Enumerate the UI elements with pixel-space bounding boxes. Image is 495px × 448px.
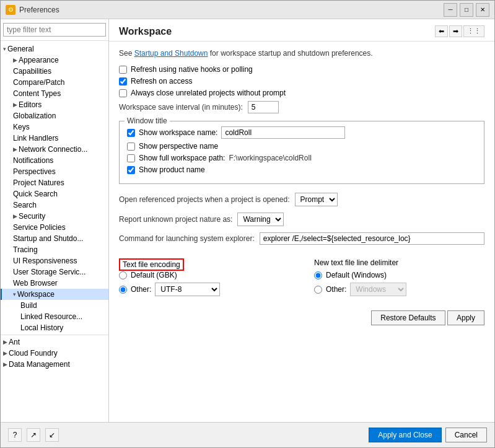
sidebar-item-data-management[interactable]: ▶ Data Management — [1, 359, 108, 370]
export-button[interactable]: ↗ — [27, 428, 40, 442]
delimiter-default-label[interactable]: Default (Windows) — [326, 271, 387, 279]
delimiter-default-radio[interactable] — [314, 271, 322, 279]
refresh-access-checkbox[interactable] — [119, 77, 127, 86]
titlebar: ⚙ Preferences ─ □ ✕ — [1, 1, 494, 19]
close-unrelated-checkbox[interactable] — [119, 89, 127, 97]
sidebar-item-user-storage[interactable]: User Storage Servic... — [1, 266, 108, 278]
open-referenced-row: Open referenced projects when a project … — [119, 193, 484, 206]
main-content: ▾ General ▶ Appearance Capabilities Comp… — [1, 19, 494, 422]
right-panel: Workspace ⬅ ➡ ⋮⋮ See Startup and Shutdow… — [109, 19, 494, 422]
sidebar-item-ant[interactable]: ▶ Ant — [1, 336, 108, 348]
show-perspective-name-checkbox[interactable] — [127, 143, 135, 151]
sidebar-item-tracing[interactable]: Tracing — [1, 244, 108, 255]
encoding-other-label[interactable]: Other: — [131, 285, 151, 294]
delimiter-other-row: Other: Windows Unix Mac — [314, 283, 484, 296]
show-full-path-checkbox[interactable] — [127, 154, 135, 162]
expand-arrow-data: ▶ — [3, 361, 7, 367]
show-workspace-name-checkbox[interactable] — [127, 129, 135, 137]
sidebar-item-keys[interactable]: Keys — [1, 121, 108, 133]
sidebar-item-notifications[interactable]: Notifications — [1, 155, 108, 166]
show-workspace-name-label[interactable]: Show workspace name: — [139, 128, 217, 137]
apply-button[interactable]: Apply — [447, 310, 484, 325]
save-interval-label: Workspace save interval (in minutes): — [119, 103, 243, 112]
workspace-name-input[interactable] — [221, 126, 345, 139]
sidebar-item-build[interactable]: Build — [1, 300, 108, 311]
back-button[interactable]: ⬅ — [435, 25, 448, 37]
panel-toolbar: ⬅ ➡ ⋮⋮ — [435, 25, 484, 37]
show-perspective-name-row: Show perspective name — [127, 142, 476, 151]
search-input[interactable] — [3, 23, 106, 37]
titlebar-left: ⚙ Preferences — [6, 5, 59, 15]
show-perspective-name-label[interactable]: Show perspective name — [139, 142, 218, 151]
sidebar-item-local-history[interactable]: Local History — [1, 322, 108, 333]
sidebar-item-project-natures[interactable]: Project Natures — [1, 177, 108, 188]
open-referenced-label: Open referenced projects when a project … — [119, 195, 290, 204]
show-full-path-row: Show full workspace path: F:\workingspac… — [127, 154, 476, 162]
sidebar-item-capabilities[interactable]: Capabilities — [1, 66, 108, 77]
sidebar-item-general[interactable]: ▾ General — [1, 43, 108, 55]
help-button[interactable]: ? — [8, 428, 22, 442]
sidebar-item-compare-patch[interactable]: Compare/Patch — [1, 77, 108, 88]
report-unknown-row: Report unknown project nature as: Warnin… — [119, 213, 484, 226]
window-title: Preferences — [19, 6, 59, 14]
report-unknown-label: Report unknown project nature as: — [119, 215, 232, 224]
sidebar-item-web-browser[interactable]: Web Browser — [1, 278, 108, 289]
save-interval-input[interactable] — [248, 101, 279, 113]
startup-shutdown-link[interactable]: Startup and Shutdown — [134, 49, 208, 58]
sidebar-item-link-handlers[interactable]: Link Handlers — [1, 133, 108, 144]
search-box — [1, 19, 108, 41]
command-input[interactable] — [260, 232, 484, 245]
close-button[interactable]: ✕ — [476, 3, 489, 17]
sidebar-item-security[interactable]: ▶ Security — [1, 211, 108, 222]
encoding-default-radio[interactable] — [119, 271, 127, 279]
refresh-native-option: Refresh using native hooks or polling — [119, 65, 484, 74]
encoding-default-label[interactable]: Default (GBK) — [131, 271, 177, 279]
sidebar-item-workspace[interactable]: ▾ Workspace — [1, 289, 108, 300]
sidebar-divider-1 — [1, 335, 108, 335]
more-options-button[interactable]: ⋮⋮ — [463, 25, 484, 37]
show-product-name-row: Show product name — [127, 165, 476, 174]
sidebar-item-content-types[interactable]: Content Types — [1, 88, 108, 99]
sidebar-item-appearance[interactable]: ▶ Appearance — [1, 55, 108, 66]
open-referenced-select[interactable]: Prompt Always Never — [295, 193, 338, 206]
close-unrelated-label[interactable]: Always close unrelated projects without … — [131, 89, 286, 97]
import-button[interactable]: ↙ — [45, 428, 59, 442]
sidebar-item-startup-shutdown[interactable]: Startup and Shutdo... — [1, 233, 108, 244]
sidebar-item-ui-responsiveness[interactable]: UI Responsiveness — [1, 255, 108, 266]
sidebar-item-quick-search[interactable]: Quick Search — [1, 188, 108, 200]
sidebar-item-service-policies[interactable]: Service Policies — [1, 222, 108, 233]
command-row: Command for launching system explorer: — [119, 232, 484, 245]
sidebar-item-cloud-foundry[interactable]: ▶ Cloud Foundry — [1, 348, 108, 359]
delimiter-select[interactable]: Windows Unix Mac — [350, 283, 406, 296]
refresh-native-label[interactable]: Refresh using native hooks or polling — [131, 65, 253, 74]
show-product-name-label[interactable]: Show product name — [139, 165, 205, 174]
sidebar-item-linked-resources[interactable]: Linked Resource... — [1, 311, 108, 322]
tree: ▾ General ▶ Appearance Capabilities Comp… — [1, 41, 108, 422]
expand-arrow-network: ▶ — [13, 146, 17, 152]
maximize-button[interactable]: □ — [460, 3, 473, 17]
refresh-access-label[interactable]: Refresh on access — [131, 77, 192, 86]
refresh-native-checkbox[interactable] — [119, 66, 127, 74]
sidebar-item-globalization[interactable]: Globalization — [1, 110, 108, 121]
encoding-select[interactable]: UTF-8 UTF-16 ISO-8859-1 GBK — [155, 283, 220, 296]
forward-button[interactable]: ➡ — [449, 25, 462, 37]
sidebar-item-network-connections[interactable]: ▶ Network Connectio... — [1, 144, 108, 155]
show-product-name-checkbox[interactable] — [127, 166, 135, 174]
expand-arrow-editors: ▶ — [13, 102, 17, 108]
encoding-other-radio[interactable] — [119, 286, 127, 294]
window-title-group-label: Window title — [125, 116, 170, 125]
expand-arrow-ant: ▶ — [3, 339, 7, 345]
refresh-access-option: Refresh on access — [119, 77, 484, 86]
report-unknown-select[interactable]: Warning Error Ignore — [237, 213, 284, 226]
sidebar-item-search[interactable]: Search — [1, 200, 108, 211]
sidebar-item-perspectives[interactable]: Perspectives — [1, 166, 108, 177]
restore-defaults-button[interactable]: Restore Defaults — [371, 310, 445, 325]
show-full-path-label[interactable]: Show full workspace path: — [139, 154, 225, 162]
minimize-button[interactable]: ─ — [444, 3, 457, 17]
delimiter-other-label[interactable]: Other: — [326, 285, 346, 294]
delimiter-other-radio[interactable] — [314, 286, 322, 294]
apply-close-button[interactable]: Apply and Close — [369, 428, 441, 442]
sidebar-item-editors[interactable]: ▶ Editors — [1, 99, 108, 110]
cancel-button[interactable]: Cancel — [445, 428, 487, 442]
save-interval-row: Workspace save interval (in minutes): — [119, 101, 484, 113]
